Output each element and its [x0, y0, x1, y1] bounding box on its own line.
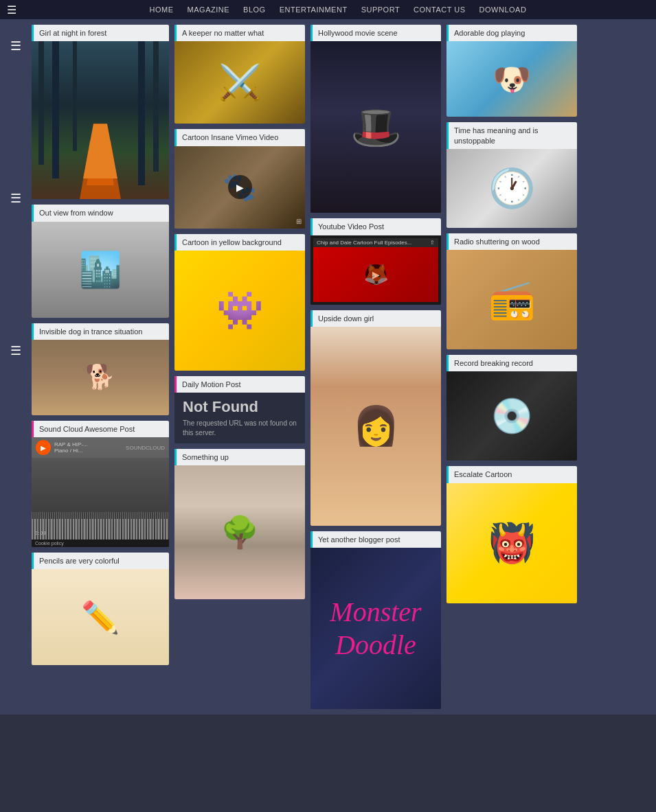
card-soundcloud-title: Sound Cloud Awesome Post: [32, 421, 169, 437]
card-escalate-title: Escalate Cartoon: [446, 466, 577, 483]
card-radio-title: Radio shuttering on wood: [446, 233, 577, 250]
card-soundcloud: Sound Cloud Awesome Post ▶ RAP & HIP-...…: [32, 421, 169, 547]
card-forest: Girl at night in forest: [32, 25, 169, 199]
card-vimeo: Cartoon Insane Vimeo Video 🐾 ▶ ⊞: [174, 129, 305, 228]
card-escalate: Escalate Cartoon 👹: [446, 466, 577, 603]
card-radio: Radio shuttering on wood 📻: [446, 233, 577, 349]
card-invisible-dog-title: Invisible dog in trance situation: [32, 323, 169, 340]
card-youtube-embed: Chip and Dale Cartoon Full Episodes... ⇧…: [310, 235, 441, 305]
card-record-image[interactable]: 💿: [446, 371, 577, 461]
card-dailymotion-title: Daily Motion Post: [174, 376, 305, 393]
card-forest-title: Girl at night in forest: [32, 25, 169, 41]
card-yet-another-title: Yet another blogger post: [310, 531, 441, 548]
card-youtube-video[interactable]: 🦊 ▶: [313, 247, 438, 302]
card-yellow-cartoon: Cartoon in yellow background 👾: [174, 234, 305, 371]
nav-magazine[interactable]: MAGAZINE: [188, 5, 229, 14]
card-movie: Hollywood movie scene 🎩: [310, 25, 441, 213]
card-yellow-cartoon-image[interactable]: 👾: [174, 251, 305, 371]
card-pencils-image[interactable]: ✏️: [32, 569, 169, 665]
card-movie-title: Hollywood movie scene: [310, 25, 441, 41]
nav-entertainment[interactable]: ENTERTAINMENT: [280, 5, 348, 14]
card-forest-image[interactable]: [32, 41, 169, 199]
card-pencils: Pencils are very colorful ✏️: [32, 553, 169, 665]
nav-hamburger[interactable]: ☰: [7, 3, 16, 16]
card-keeper-image[interactable]: ⚔️: [174, 41, 305, 124]
card-window-title: Out view from window: [32, 205, 169, 221]
sidebar-menu-icon-2[interactable]: ☰: [10, 191, 21, 206]
card-upside-girl: Upside down girl 👩: [310, 310, 441, 526]
card-window-image[interactable]: 🏙️: [32, 222, 169, 318]
card-dailymotion-content: Not Found The requested URL was not foun…: [174, 393, 305, 443]
card-keeper-title: A keeper no matter what: [174, 25, 305, 41]
nav-home[interactable]: HOME: [150, 5, 174, 14]
navigation: ☰ HOME MAGAZINE BLOG ENTERTAINMENT SUPPO…: [0, 0, 656, 19]
sc-play-btn[interactable]: ▶: [36, 440, 51, 455]
card-vimeo-title: Cartoon Insane Vimeo Video: [174, 129, 305, 146]
sidebar-col: ☰ ☰ ☰: [5, 25, 26, 709]
card-dailymotion: Daily Motion Post Not Found The requeste…: [174, 376, 305, 443]
nav-download[interactable]: DOWNLOAD: [479, 5, 527, 14]
card-clock-title: Time has meaning and is unstoppable: [446, 122, 577, 149]
card-upside-girl-image[interactable]: 👩: [310, 327, 441, 526]
card-something-up: Something up 🌳: [174, 449, 305, 599]
card-clock: Time has meaning and is unstoppable 🕐: [446, 122, 577, 228]
card-youtube: Youtube Video Post Chip and Dale Cartoon…: [310, 218, 441, 304]
card-yellow-cartoon-title: Cartoon in yellow background: [174, 234, 305, 251]
card-soundcloud-image[interactable]: ▶ RAP & HIP-...Piano / Hi... SOUNDCLOUD …: [32, 437, 169, 547]
column-1: Girl at night in forest Out view from wi…: [32, 25, 169, 709]
nav-support[interactable]: SUPPORT: [361, 5, 400, 14]
card-dog-cute: Adorable dog playing 🐶: [446, 25, 577, 117]
card-something-up-image[interactable]: 🌳: [174, 465, 305, 599]
card-invisible-dog: Invisible dog in trance situation 🐕: [32, 323, 169, 415]
card-invisible-dog-image[interactable]: 🐕: [32, 340, 169, 415]
nav-blog[interactable]: BLOG: [243, 5, 266, 14]
card-dog-cute-title: Adorable dog playing: [446, 25, 577, 41]
card-dog-cute-image[interactable]: 🐶: [446, 41, 577, 117]
vimeo-play-btn[interactable]: ▶: [228, 175, 252, 199]
nav-links: HOME MAGAZINE BLOG ENTERTAINMENT SUPPORT…: [150, 5, 527, 14]
card-record: Record breaking record 💿: [446, 355, 577, 461]
card-window: Out view from window 🏙️: [32, 205, 169, 317]
card-pencils-title: Pencils are very colorful: [32, 553, 169, 569]
card-vimeo-image[interactable]: 🐾 ▶ ⊞: [174, 146, 305, 229]
card-escalate-image[interactable]: 👹: [446, 483, 577, 603]
card-radio-image[interactable]: 📻: [446, 250, 577, 349]
card-movie-image[interactable]: 🎩: [310, 41, 441, 213]
card-yet-another-image[interactable]: MonsterDoodle: [310, 548, 441, 709]
main-grid: ☰ ☰ ☰ Girl at night in forest Out view f…: [0, 19, 656, 715]
card-upside-girl-title: Upside down girl: [310, 310, 441, 327]
card-clock-image[interactable]: 🕐: [446, 149, 577, 228]
nav-contact[interactable]: CONTACT US: [414, 5, 466, 14]
sidebar-menu-icon-3[interactable]: ☰: [10, 343, 21, 358]
card-something-up-title: Something up: [174, 449, 305, 465]
column-4: Adorable dog playing 🐶 Time has meaning …: [446, 25, 577, 709]
column-2: A keeper no matter what ⚔️ Cartoon Insan…: [174, 25, 305, 709]
card-keeper: A keeper no matter what ⚔️: [174, 25, 305, 124]
card-record-title: Record breaking record: [446, 355, 577, 371]
column-3: Hollywood movie scene 🎩 Youtube Video Po…: [310, 25, 441, 709]
card-yet-another: Yet another blogger post MonsterDoodle: [310, 531, 441, 709]
card-youtube-title: Youtube Video Post: [310, 218, 441, 235]
sidebar-menu-icon-1[interactable]: ☰: [10, 38, 21, 54]
